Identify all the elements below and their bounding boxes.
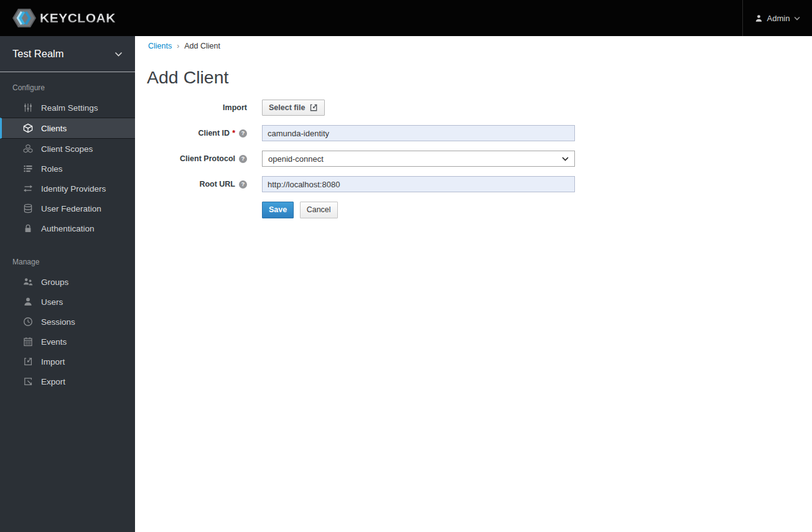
chevron-down-icon (562, 157, 569, 161)
sidebar-item-realm-settings[interactable]: Realm Settings (0, 98, 135, 118)
form-row-client-protocol: Client Protocol ? openid-connect (148, 151, 575, 167)
sidebar-section-configure: Configure Realm Settings (0, 72, 135, 238)
sidebar-item-label: Users (41, 297, 63, 307)
keycloak-hexagon-icon (12, 7, 36, 29)
sidebar-item-events[interactable]: Events (0, 332, 135, 352)
section-label: Manage (0, 246, 135, 272)
sidebar-item-import[interactable]: Import (0, 352, 135, 371)
breadcrumb: Clients › Add Client (148, 42, 220, 50)
brand-wordmark: KEYCLOAK (40, 11, 116, 26)
sidebar-item-label: User Federation (41, 204, 101, 213)
keycloak-logo: KEYCLOAK (0, 0, 116, 36)
page-title: Add Client (147, 67, 229, 88)
sidebar-item-label: Export (41, 377, 65, 386)
import-icon (22, 357, 33, 366)
root-url-input[interactable] (262, 176, 575, 192)
sidebar: Test Realm Configure Realm Settings (0, 36, 135, 532)
user-icon (22, 297, 33, 307)
top-bar: KEYCLOAK Admin (0, 0, 812, 36)
sidebar-item-roles[interactable]: Roles (0, 159, 135, 179)
client-id-label: Client ID * ? (148, 129, 247, 138)
breadcrumb-separator: › (177, 42, 179, 50)
sidebar-section-manage: Manage Groups Users (0, 246, 135, 391)
user-menu-label: Admin (767, 14, 790, 23)
list-icon (22, 164, 33, 174)
save-button[interactable]: Save (262, 202, 294, 218)
cubes-icon (22, 144, 33, 154)
sidebar-item-client-scopes[interactable]: Client Scopes (0, 139, 135, 159)
sidebar-item-label: Events (41, 337, 67, 347)
form-row-client-id: Client ID * ? (148, 125, 575, 141)
root-url-label: Root URL ? (148, 180, 247, 189)
sidebar-item-label: Identity Providers (41, 184, 106, 194)
sidebar-item-label: Import (41, 357, 65, 366)
help-icon: ? (239, 180, 247, 189)
select-file-button[interactable]: Select file (262, 100, 325, 116)
sidebar-item-clients[interactable]: Clients (0, 118, 135, 139)
sliders-icon (22, 103, 33, 113)
import-label: Import (148, 103, 247, 112)
sidebar-item-label: Sessions (41, 317, 75, 327)
clock-icon (22, 317, 33, 327)
sidebar-item-identity-providers[interactable]: Identity Providers (0, 179, 135, 198)
lock-icon (22, 223, 33, 233)
form-row-root-url: Root URL ? (148, 176, 575, 192)
sidebar-item-label: Client Scopes (41, 144, 93, 154)
export-icon (22, 376, 33, 386)
user-icon (755, 14, 763, 22)
sidebar-item-label: Clients (41, 124, 67, 133)
client-protocol-label: Client Protocol ? (148, 154, 247, 163)
chevron-down-icon (114, 52, 123, 57)
required-marker: * (232, 129, 235, 138)
breadcrumb-current: Add Client (184, 42, 220, 50)
user-menu[interactable]: Admin (742, 0, 812, 36)
main-content: Clients › Add Client Add Client Import S… (135, 36, 812, 532)
client-protocol-select[interactable]: openid-connect (262, 151, 575, 167)
sidebar-item-user-federation[interactable]: User Federation (0, 198, 135, 218)
realm-selector-label: Test Realm (12, 48, 64, 60)
sidebar-item-groups[interactable]: Groups (0, 272, 135, 292)
sidebar-item-label: Authentication (41, 224, 95, 233)
exchange-icon (22, 184, 33, 194)
form-row-import: Import Select file (148, 100, 575, 116)
add-client-form: Import Select file Client I (148, 100, 575, 227)
sidebar-item-label: Roles (41, 164, 63, 174)
groups-icon (22, 277, 33, 287)
sidebar-item-label: Groups (41, 278, 68, 287)
help-icon: ? (239, 129, 247, 138)
sidebar-item-users[interactable]: Users (0, 292, 135, 312)
breadcrumb-clients-link[interactable]: Clients (148, 42, 172, 50)
database-icon (22, 203, 33, 213)
sidebar-item-authentication[interactable]: Authentication (0, 218, 135, 238)
cube-icon (22, 123, 33, 133)
sidebar-item-label: Realm Settings (41, 103, 98, 113)
cancel-button[interactable]: Cancel (300, 202, 338, 218)
form-row-actions: Save Cancel (148, 202, 575, 218)
help-icon: ? (239, 155, 247, 163)
realm-selector[interactable]: Test Realm (0, 36, 135, 72)
section-label: Configure (0, 72, 135, 98)
calendar-icon (22, 337, 33, 347)
sidebar-item-export[interactable]: Export (0, 371, 135, 391)
client-protocol-selected-value: openid-connect (268, 154, 324, 164)
sidebar-item-sessions[interactable]: Sessions (0, 312, 135, 332)
client-id-input[interactable] (262, 125, 575, 141)
import-file-icon (309, 103, 318, 112)
chevron-down-icon (794, 16, 800, 21)
